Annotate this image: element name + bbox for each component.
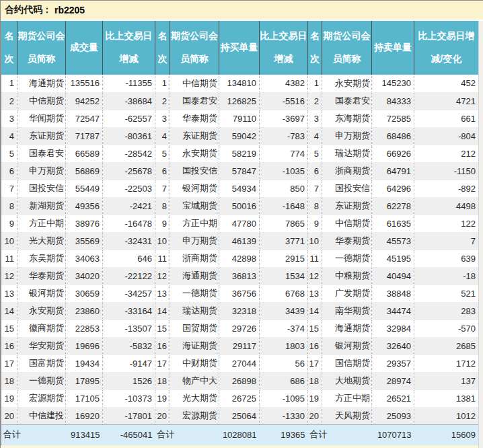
volume-cell: 35569 (66, 232, 103, 250)
volume-change-cell: -16478 (103, 215, 155, 232)
sell-volume-cell: 45573 (372, 232, 414, 250)
volume-cell: 19696 (66, 337, 103, 354)
rank-cell: 9 (1, 215, 17, 232)
volume-change-cell: -11355 (103, 75, 155, 92)
sell-volume-cell: 40494 (372, 267, 414, 285)
rank-cell: 1 (155, 75, 170, 92)
volume-cell: 55449 (66, 180, 103, 197)
table-row: 20中信建投16920-1780120宏源期货25064-133020天风期货2… (1, 407, 479, 424)
rank-cell: 10 (1, 232, 17, 250)
buy-volume-cell: 25064 (219, 407, 260, 424)
volume-change-cell: -22503 (103, 180, 155, 197)
company-cell: 东证期货 (17, 127, 66, 145)
company-cell: 中财期货 (170, 354, 219, 372)
rank-cell: 16 (1, 337, 17, 354)
col-header-buy-change: 比上交易日增减 (260, 21, 308, 75)
company-cell: 东证期货 (170, 127, 219, 145)
sell-volume-cell: 72585 (372, 110, 414, 127)
buy-change-cell: 4382 (260, 75, 308, 92)
company-cell: 国投安信 (170, 162, 219, 180)
rank-cell: 10 (308, 232, 322, 250)
sell-change-cell: 122 (414, 215, 479, 232)
sell-change-cell: 137 (414, 372, 479, 389)
volume-change-cell: -13507 (103, 320, 155, 337)
col-header-company: 期货公司会员简称 (17, 21, 66, 75)
company-cell: 一德期货 (17, 372, 66, 389)
contract-code-label: 合约代码： (5, 4, 52, 16)
rank-cell: 7 (1, 180, 17, 197)
sell-volume-cell: 26521 (372, 389, 414, 407)
sell-change-cell: 452 (414, 75, 479, 92)
col-header-company: 期货公司会员简称 (322, 21, 372, 75)
volume-change-cell: -38684 (103, 92, 155, 110)
rank-cell: 3 (1, 110, 17, 127)
company-cell: 新湖期货 (17, 197, 66, 215)
volume-cell: 66589 (66, 145, 103, 162)
buy-volume-cell: 57847 (219, 162, 260, 180)
volume-change-cell: -34257 (103, 285, 155, 302)
company-cell: 天风期货 (322, 407, 372, 424)
rank-cell: 8 (308, 197, 322, 215)
volume-change-cell: -33164 (103, 302, 155, 320)
buy-change-cell: 3439 (260, 302, 308, 320)
sell-change-cell: -18 (414, 267, 479, 285)
sell-volume-cell: 45195 (372, 250, 414, 267)
volume-change-cell: -62557 (103, 110, 155, 127)
table-row: 3华闻期货72547-625573华泰期货79110-36973东海期货7258… (1, 110, 479, 127)
rank-cell: 2 (308, 92, 322, 110)
total-label: 合计 (155, 424, 170, 445)
sell-change-cell: -892 (414, 180, 479, 197)
rank-cell: 20 (308, 407, 322, 424)
company-cell: 国富期货 (17, 354, 66, 372)
sell-change-cell: -804 (414, 127, 479, 145)
volume-change-cell: -10373 (103, 389, 155, 407)
company-cell: 国信期货 (322, 354, 372, 372)
contract-header-bar: 合约代码： rb2205 (1, 1, 483, 20)
volume-cell: 135516 (66, 75, 103, 92)
rank-cell: 1 (1, 75, 17, 92)
buy-change-cell: 1534 (260, 267, 308, 285)
total-row: 合计 913415 -465041 合计 1028081 19365 合计 10… (1, 424, 479, 445)
col-header-company: 期货公司会员简称 (170, 21, 219, 75)
company-cell: 宝城期货 (170, 197, 219, 215)
rank-cell: 14 (1, 302, 17, 320)
sell-change-cell: 4721 (414, 92, 479, 110)
rank-cell: 6 (155, 162, 170, 180)
company-cell: 永安期货 (17, 302, 66, 320)
company-cell: 银河期货 (170, 180, 219, 197)
rank-cell: 15 (1, 320, 17, 337)
col-header-volume: 成交量 (66, 21, 103, 75)
buy-volume-cell: 46139 (219, 232, 260, 250)
buy-volume-cell: 29726 (219, 320, 260, 337)
company-cell: 方正中期 (322, 389, 372, 407)
buy-volume-cell: 126825 (219, 92, 260, 110)
rank-cell: 16 (155, 337, 170, 354)
volume-change-cell: -22122 (103, 267, 155, 285)
rank-cell: 17 (1, 354, 17, 372)
company-cell: 永安期货 (322, 75, 372, 92)
rank-cell: 1 (308, 75, 322, 92)
volume-cell: 38976 (66, 215, 103, 232)
buy-volume-cell: 79110 (219, 110, 260, 127)
company-cell: 方正中期 (17, 215, 66, 232)
report-page: 合约代码： rb2205 2022-02-0 5E天资5etz.com 名次 期… (0, 0, 483, 448)
company-cell: 中信期货 (170, 75, 219, 92)
rank-cell: 18 (1, 372, 17, 389)
rank-cell: 14 (308, 302, 322, 320)
volume-cell: 22853 (66, 320, 103, 337)
table-area: 名次 期货公司会员简称 成交量 比上交易日增减 名次 期货公司会员简称 持买单量… (1, 21, 483, 445)
buy-change-cell: -374 (260, 320, 308, 337)
scrollbar-track[interactable] (478, 21, 483, 448)
buy-volume-cell: 36756 (219, 285, 260, 302)
rank-cell: 5 (308, 145, 322, 162)
rank-cell: 4 (308, 127, 322, 145)
sell-change-cell: 212 (414, 145, 479, 162)
company-cell: 中粮期货 (322, 267, 372, 285)
buy-change-cell: -1095 (260, 389, 308, 407)
buy-change-cell: 7865 (260, 215, 308, 232)
company-cell: 瑞达期货 (170, 302, 219, 320)
table-row: 4东证期货71787-803614东证期货59042-7834申万期货68486… (1, 127, 479, 145)
table-row: 16华安期货19696-583216海证期货29117180316银河期货326… (1, 337, 479, 354)
contract-code-value: rb2205 (54, 5, 85, 15)
volume-cell: 71787 (66, 127, 103, 145)
